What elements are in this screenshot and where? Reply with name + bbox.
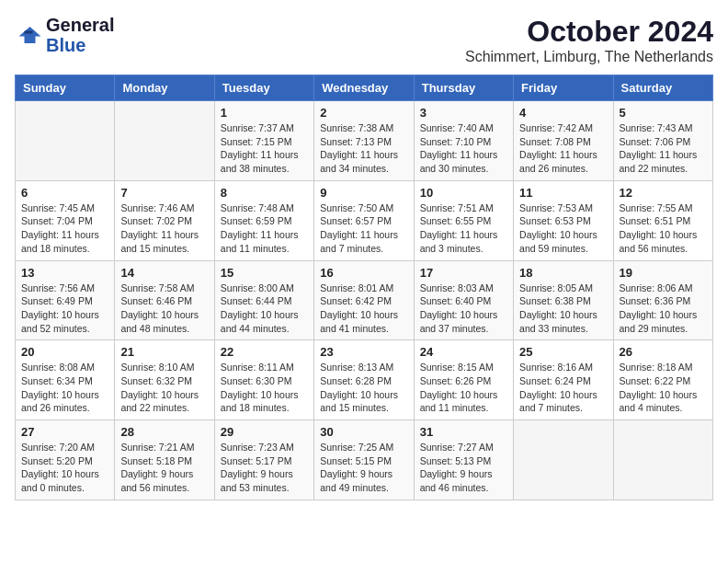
location-title: Schimmert, Limburg, The Netherlands — [465, 49, 713, 65]
day-number: 16 — [320, 266, 407, 280]
weekday-header: Wednesday — [314, 75, 414, 101]
page-header: General Blue October 2024 Schimmert, Lim… — [15, 15, 713, 65]
calendar-cell: 19Sunrise: 8:06 AMSunset: 6:36 PMDayligh… — [613, 260, 712, 340]
title-block: October 2024 Schimmert, Limburg, The Net… — [465, 15, 713, 65]
day-detail: Sunrise: 8:00 AMSunset: 6:44 PMDaylight:… — [221, 282, 308, 336]
calendar-cell: 17Sunrise: 8:03 AMSunset: 6:40 PMDayligh… — [414, 260, 513, 340]
day-detail: Sunrise: 7:37 AMSunset: 7:15 PMDaylight:… — [221, 121, 308, 176]
calendar-cell: 11Sunrise: 7:53 AMSunset: 6:53 PMDayligh… — [514, 180, 613, 260]
calendar-cell: 7Sunrise: 7:46 AMSunset: 7:02 PMDaylight… — [115, 180, 214, 260]
day-detail: Sunrise: 8:13 AMSunset: 6:28 PMDaylight:… — [320, 361, 407, 415]
calendar-cell: 14Sunrise: 7:58 AMSunset: 6:46 PMDayligh… — [115, 260, 214, 340]
day-detail: Sunrise: 7:40 AMSunset: 7:10 PMDaylight:… — [420, 121, 507, 176]
calendar-cell: 2Sunrise: 7:38 AMSunset: 7:13 PMDaylight… — [314, 101, 414, 181]
weekday-header: Sunday — [16, 75, 115, 101]
weekday-header: Tuesday — [214, 75, 313, 101]
day-number: 27 — [21, 425, 108, 439]
calendar-cell: 10Sunrise: 7:51 AMSunset: 6:55 PMDayligh… — [414, 180, 513, 260]
day-detail: Sunrise: 7:48 AMSunset: 6:59 PMDaylight:… — [221, 201, 308, 256]
day-number: 14 — [120, 266, 208, 280]
day-detail: Sunrise: 7:58 AMSunset: 6:46 PMDaylight:… — [120, 282, 208, 336]
day-number: 19 — [620, 266, 707, 280]
calendar-cell: 24Sunrise: 8:15 AMSunset: 6:26 PMDayligh… — [414, 340, 513, 420]
day-number: 21 — [120, 345, 208, 359]
logo-icon — [15, 21, 42, 49]
day-detail: Sunrise: 8:16 AMSunset: 6:24 PMDaylight:… — [519, 361, 607, 415]
day-detail: Sunrise: 8:06 AMSunset: 6:36 PMDaylight:… — [620, 282, 707, 336]
calendar-week-row: 6Sunrise: 7:45 AMSunset: 7:04 PMDaylight… — [16, 180, 713, 260]
calendar-cell: 30Sunrise: 7:25 AMSunset: 5:15 PMDayligh… — [314, 420, 414, 500]
calendar-cell: 15Sunrise: 8:00 AMSunset: 6:44 PMDayligh… — [214, 260, 313, 340]
day-detail: Sunrise: 8:03 AMSunset: 6:40 PMDaylight:… — [420, 282, 507, 336]
calendar-header-row: SundayMondayTuesdayWednesdayThursdayFrid… — [16, 75, 713, 101]
day-number: 20 — [21, 345, 108, 359]
day-number: 3 — [420, 106, 507, 120]
calendar-cell: 31Sunrise: 7:27 AMSunset: 5:13 PMDayligh… — [414, 420, 513, 500]
day-number: 13 — [21, 266, 108, 280]
calendar-cell: 20Sunrise: 8:08 AMSunset: 6:34 PMDayligh… — [16, 340, 115, 420]
day-detail: Sunrise: 7:23 AMSunset: 5:17 PMDaylight:… — [221, 441, 308, 495]
day-detail: Sunrise: 8:10 AMSunset: 6:32 PMDaylight:… — [120, 361, 208, 415]
weekday-header: Thursday — [414, 75, 513, 101]
month-title: October 2024 — [465, 15, 713, 49]
day-detail: Sunrise: 7:25 AMSunset: 5:15 PMDaylight:… — [320, 441, 407, 495]
calendar-cell: 12Sunrise: 7:55 AMSunset: 6:51 PMDayligh… — [613, 180, 712, 260]
day-number: 6 — [21, 186, 108, 200]
calendar-cell: 25Sunrise: 8:16 AMSunset: 6:24 PMDayligh… — [514, 340, 613, 420]
day-detail: Sunrise: 7:45 AMSunset: 7:04 PMDaylight:… — [21, 201, 108, 256]
calendar-week-row: 13Sunrise: 7:56 AMSunset: 6:49 PMDayligh… — [16, 260, 713, 340]
day-number: 11 — [519, 186, 607, 200]
calendar-cell — [16, 101, 115, 181]
logo-general: General — [46, 15, 114, 35]
calendar-cell: 6Sunrise: 7:45 AMSunset: 7:04 PMDaylight… — [16, 180, 115, 260]
day-number: 8 — [221, 186, 308, 200]
calendar-cell — [613, 420, 712, 500]
day-number: 2 — [320, 106, 407, 120]
day-number: 25 — [519, 345, 607, 359]
calendar-week-row: 1Sunrise: 7:37 AMSunset: 7:15 PMDaylight… — [16, 101, 713, 181]
day-number: 17 — [420, 266, 507, 280]
day-detail: Sunrise: 8:08 AMSunset: 6:34 PMDaylight:… — [21, 361, 108, 415]
day-detail: Sunrise: 7:27 AMSunset: 5:13 PMDaylight:… — [420, 441, 507, 495]
day-number: 10 — [420, 186, 507, 200]
day-detail: Sunrise: 7:55 AMSunset: 6:51 PMDaylight:… — [620, 201, 707, 256]
weekday-header: Monday — [115, 75, 214, 101]
day-detail: Sunrise: 7:46 AMSunset: 7:02 PMDaylight:… — [120, 201, 208, 256]
day-number: 1 — [221, 106, 308, 120]
weekday-header: Saturday — [613, 75, 712, 101]
day-number: 12 — [620, 186, 707, 200]
calendar-week-row: 27Sunrise: 7:20 AMSunset: 5:20 PMDayligh… — [16, 420, 713, 500]
day-detail: Sunrise: 7:50 AMSunset: 6:57 PMDaylight:… — [320, 201, 407, 256]
calendar-cell: 3Sunrise: 7:40 AMSunset: 7:10 PMDaylight… — [414, 101, 513, 181]
day-detail: Sunrise: 7:21 AMSunset: 5:18 PMDaylight:… — [120, 441, 208, 495]
day-detail: Sunrise: 8:11 AMSunset: 6:30 PMDaylight:… — [221, 361, 308, 415]
day-detail: Sunrise: 7:42 AMSunset: 7:08 PMDaylight:… — [519, 121, 607, 176]
calendar-cell: 26Sunrise: 8:18 AMSunset: 6:22 PMDayligh… — [613, 340, 712, 420]
day-detail: Sunrise: 8:01 AMSunset: 6:42 PMDaylight:… — [320, 282, 407, 336]
svg-rect-2 — [25, 31, 33, 34]
day-detail: Sunrise: 7:38 AMSunset: 7:13 PMDaylight:… — [320, 121, 407, 176]
calendar-cell: 9Sunrise: 7:50 AMSunset: 6:57 PMDaylight… — [314, 180, 414, 260]
calendar-cell: 13Sunrise: 7:56 AMSunset: 6:49 PMDayligh… — [16, 260, 115, 340]
calendar-cell: 21Sunrise: 8:10 AMSunset: 6:32 PMDayligh… — [115, 340, 214, 420]
day-number: 9 — [320, 186, 407, 200]
calendar-cell: 1Sunrise: 7:37 AMSunset: 7:15 PMDaylight… — [214, 101, 313, 181]
day-detail: Sunrise: 7:51 AMSunset: 6:55 PMDaylight:… — [420, 201, 507, 256]
day-number: 28 — [120, 425, 208, 439]
day-detail: Sunrise: 7:56 AMSunset: 6:49 PMDaylight:… — [21, 282, 108, 336]
day-number: 31 — [420, 425, 507, 439]
day-number: 22 — [221, 345, 308, 359]
calendar-cell: 27Sunrise: 7:20 AMSunset: 5:20 PMDayligh… — [16, 420, 115, 500]
calendar-cell: 16Sunrise: 8:01 AMSunset: 6:42 PMDayligh… — [314, 260, 414, 340]
logo: General Blue — [15, 15, 114, 55]
day-detail: Sunrise: 7:43 AMSunset: 7:06 PMDaylight:… — [620, 121, 707, 176]
day-detail: Sunrise: 8:18 AMSunset: 6:22 PMDaylight:… — [620, 361, 707, 415]
calendar-cell: 8Sunrise: 7:48 AMSunset: 6:59 PMDaylight… — [214, 180, 313, 260]
day-detail: Sunrise: 8:15 AMSunset: 6:26 PMDaylight:… — [420, 361, 507, 415]
day-number: 7 — [120, 186, 208, 200]
day-number: 23 — [320, 345, 407, 359]
day-number: 29 — [221, 425, 308, 439]
day-number: 5 — [620, 106, 707, 120]
day-number: 15 — [221, 266, 308, 280]
calendar-cell — [115, 101, 214, 181]
